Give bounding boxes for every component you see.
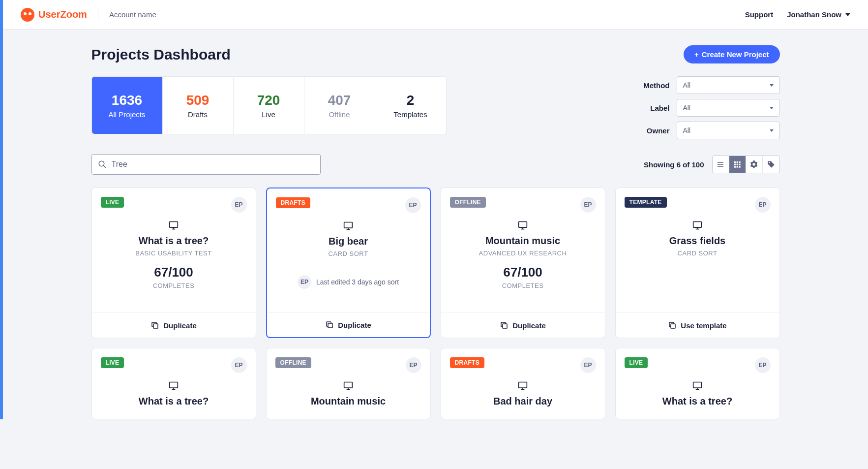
- project-method: BASIC USABILITY TEST: [135, 250, 211, 257]
- desktop-icon: [168, 381, 180, 391]
- project-method: ADVANCED UX RESEARCH: [479, 250, 567, 257]
- svg-rect-30: [170, 382, 178, 388]
- chevron-down-icon: [845, 13, 850, 16]
- avatar: EP: [755, 357, 771, 373]
- project-card[interactable]: LIVE EP What is a tree?: [615, 348, 780, 419]
- project-title: Mountain music: [311, 396, 386, 407]
- svg-point-0: [99, 161, 104, 166]
- duplicate-button[interactable]: Duplicate: [441, 313, 605, 338]
- support-link[interactable]: Support: [745, 10, 774, 19]
- stat-count: 720: [257, 93, 280, 108]
- select-value: All: [683, 126, 691, 134]
- svg-rect-14: [170, 222, 178, 228]
- svg-rect-11: [734, 166, 736, 167]
- project-card[interactable]: LIVE EP What is a tree? BASIC USABILITY …: [91, 188, 256, 338]
- copy-icon: [668, 321, 677, 330]
- action-label: Use template: [681, 321, 726, 330]
- status-badge: DRAFTS: [276, 197, 310, 208]
- project-title: What is a tree?: [139, 235, 209, 247]
- avatar: EP: [231, 357, 247, 373]
- project-card[interactable]: OFFLINE EP Mountain music: [266, 348, 431, 419]
- grid-icon: [733, 160, 741, 168]
- svg-rect-8: [734, 164, 736, 165]
- project-title: Big bear: [329, 236, 368, 247]
- desktop-icon: [691, 220, 703, 230]
- svg-rect-10: [739, 164, 740, 165]
- brand-logo[interactable]: UserZoom: [21, 8, 87, 22]
- stat-count: 1636: [112, 93, 142, 108]
- search-box[interactable]: [91, 154, 321, 175]
- gear-icon: [750, 160, 758, 168]
- grid-view-button[interactable]: [729, 156, 746, 173]
- project-card[interactable]: TEMPLATE EP Grass fields CARD SORT Use t…: [615, 188, 780, 338]
- project-card[interactable]: DRAFTS EP Bad hair day: [441, 348, 605, 419]
- stat-label: Templates: [393, 110, 427, 119]
- tag-button[interactable]: [763, 156, 779, 173]
- project-progress: 67/100: [503, 265, 542, 280]
- project-title: What is a tree?: [139, 396, 209, 407]
- svg-rect-6: [737, 161, 738, 163]
- status-badge: LIVE: [101, 197, 124, 208]
- filter-owner-select[interactable]: All: [677, 122, 780, 139]
- svg-rect-12: [737, 166, 738, 167]
- svg-rect-13: [739, 166, 740, 167]
- filter-owner-label: Owner: [647, 126, 670, 135]
- status-badge: OFFLINE: [450, 197, 486, 208]
- projects-grid: LIVE EP What is a tree? BASIC USABILITY …: [91, 188, 780, 419]
- user-menu[interactable]: Jonathan Snow: [787, 10, 850, 19]
- status-badge: TEMPLATE: [625, 197, 667, 208]
- search-icon: [98, 160, 107, 169]
- stat-templates[interactable]: 2 Templates: [375, 77, 446, 134]
- project-title: Mountain music: [485, 235, 560, 247]
- copy-icon: [325, 320, 334, 329]
- tag-icon: [767, 160, 775, 168]
- filters-panel: Method All Label All Owner All: [643, 76, 779, 139]
- avatar: EP: [231, 197, 247, 213]
- avatar: EP: [755, 197, 771, 213]
- filter-method-label: Method: [643, 81, 669, 90]
- use-template-button[interactable]: Use template: [616, 313, 779, 338]
- stat-all-projects[interactable]: 1636 All Projects: [92, 77, 163, 134]
- create-project-label: Create New Project: [702, 50, 769, 59]
- desktop-icon: [691, 381, 703, 391]
- search-input[interactable]: [112, 160, 314, 169]
- filter-label-select[interactable]: All: [677, 99, 780, 117]
- completes-label: COMPLETES: [153, 282, 195, 289]
- create-project-button[interactable]: + Create New Project: [684, 45, 780, 63]
- stat-live[interactable]: 720 Live: [234, 77, 304, 134]
- copy-icon: [500, 321, 509, 330]
- project-progress: 67/100: [154, 265, 193, 280]
- duplicate-button[interactable]: Duplicate: [92, 313, 256, 338]
- duplicate-button[interactable]: Duplicate: [267, 312, 430, 337]
- action-label: Duplicate: [512, 321, 546, 330]
- stat-offline[interactable]: 407 Offline: [304, 77, 375, 134]
- settings-button[interactable]: [746, 156, 763, 173]
- action-label: Duplicate: [163, 321, 197, 330]
- svg-rect-21: [328, 323, 332, 328]
- action-label: Duplicate: [338, 321, 371, 329]
- status-badge: LIVE: [625, 357, 648, 368]
- project-card[interactable]: OFFLINE EP Mountain music ADVANCED UX RE…: [441, 188, 605, 338]
- avatar: EP: [580, 197, 596, 213]
- project-method: CARD SORT: [678, 250, 718, 257]
- stats-tabs: 1636 All Projects 509 Drafts 720 Live 40…: [91, 76, 447, 134]
- stat-label: Drafts: [188, 110, 208, 119]
- svg-rect-22: [519, 222, 527, 228]
- plus-icon: +: [694, 50, 699, 59]
- chevron-down-icon: [770, 129, 774, 132]
- avatar: EP: [580, 357, 596, 373]
- list-view-button[interactable]: [713, 156, 729, 173]
- select-value: All: [683, 104, 691, 112]
- account-name[interactable]: Account name: [109, 10, 156, 19]
- filter-method-select[interactable]: All: [677, 76, 780, 94]
- status-badge: DRAFTS: [450, 357, 484, 368]
- select-value: All: [683, 81, 691, 89]
- status-badge: OFFLINE: [275, 357, 311, 368]
- completes-label: COMPLETES: [502, 282, 544, 289]
- stat-drafts[interactable]: 509 Drafts: [163, 77, 234, 134]
- project-card[interactable]: LIVE EP What is a tree?: [91, 348, 256, 419]
- stat-label: Offline: [329, 110, 350, 119]
- project-card[interactable]: DRAFTS EP Big bear CARD SORT EP Last edi…: [266, 188, 431, 338]
- avatar: EP: [406, 357, 421, 373]
- project-title: Grass fields: [669, 235, 726, 247]
